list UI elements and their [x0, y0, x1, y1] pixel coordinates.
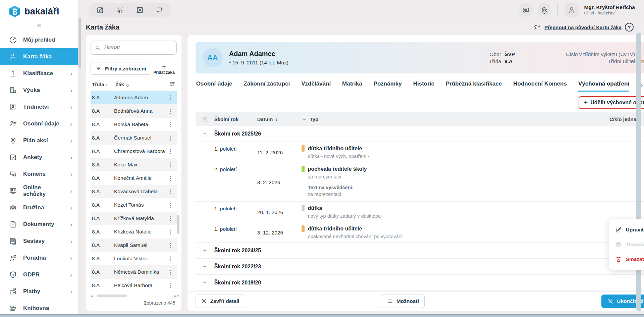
student-row[interactable]: 8.AKvapil Samuel⋮ [91, 239, 177, 252]
context-menu-edit[interactable]: Upravit [609, 222, 644, 237]
row-menu-button[interactable]: ⋮ [165, 215, 175, 222]
tab-historie[interactable]: Historie [413, 81, 434, 92]
tab-poznamky[interactable]: Poznámky [374, 81, 402, 92]
sidebar-scrollbar-thumb[interactable] [78, 18, 81, 68]
row-menu-button[interactable]: ⋮ [165, 108, 175, 115]
header-date[interactable]: Datum↓ [257, 116, 302, 122]
row-menu-button[interactable]: ⋮ [165, 242, 175, 249]
filter-icon[interactable] [302, 116, 307, 122]
measure-row[interactable]: 1. pololetí 11. 2. 2026 důtka třídního u… [196, 142, 644, 162]
sidebar-item-druzina[interactable]: Družina › [0, 199, 78, 216]
scroll-down-arrow-icon[interactable]: ▼ [176, 294, 180, 298]
student-row[interactable]: 8.AAdamec Adam⋮ [91, 91, 177, 104]
measure-row[interactable]: 1. pololetí 28. 1. 2026 důtka nový typ d… [196, 202, 644, 222]
tab-hodnoceni-komens[interactable]: Hodnocení Komens [513, 81, 567, 92]
student-row[interactable]: 8.AKřížková Matylda⋮ [91, 212, 177, 225]
sidebar-item-klasifikace[interactable]: Klasifikace › [0, 65, 78, 82]
student-row[interactable]: 8.AChramostová Barbora⋮ [91, 145, 177, 158]
row-menu-button[interactable]: ⋮ [165, 175, 175, 182]
year-group-2019-20[interactable]: + Školní rok 2019/20 [196, 275, 644, 291]
sidebar-item-sestavy[interactable]: Sestavy › [0, 233, 78, 250]
quick-message-button[interactable] [155, 5, 165, 15]
sidebar-item-muj-prehled[interactable]: Můj přehled [0, 32, 78, 48]
sidebar-item-ankety[interactable]: Ankety › [0, 149, 78, 166]
sidebar-item-poradna[interactable]: Poradna › [0, 250, 78, 266]
expand-icon[interactable]: + [196, 247, 214, 254]
search-input[interactable] [104, 45, 172, 51]
sidebar-item-tridnictvi[interactable]: Třídnictví › [0, 99, 78, 115]
student-row[interactable]: 8.AKovácsová Izabela⋮ [91, 185, 177, 198]
expand-icon[interactable]: + [196, 263, 214, 270]
row-menu-button[interactable]: ⋮ [165, 135, 175, 142]
sidebar-item-karta-zaka[interactable]: Karta žáka [0, 48, 78, 65]
messages-button[interactable] [519, 3, 533, 17]
sidebar-item-dokumenty[interactable]: Dokumenty › [0, 216, 78, 233]
scroll-left-arrow-icon[interactable]: ◀ [91, 294, 93, 298]
row-menu-button[interactable]: ⋮ [165, 188, 175, 195]
expand-all-button[interactable]: + [202, 116, 208, 122]
tab-osobni-udaje[interactable]: Osobní údaje [196, 81, 232, 92]
close-detail-button[interactable]: Zavřít detail [196, 295, 245, 308]
horizontal-scrollbar-thumb[interactable] [97, 295, 127, 297]
sidebar-item-vyuka[interactable]: Výuka › [0, 82, 78, 99]
header-type[interactable]: Typ [302, 116, 577, 122]
sidebar-item-komens[interactable]: Komens › [0, 166, 78, 182]
tab-vzdelavani[interactable]: Vzdělávání [301, 81, 331, 92]
horizontal-scrollbar[interactable]: ◀ ▶ [91, 294, 177, 298]
row-menu-button[interactable]: ⋮ [165, 282, 175, 289]
student-row[interactable]: 8.AKřižková Natálie⋮ [91, 225, 177, 239]
measure-row[interactable]: 2. pololetí 3. 2. 2026 pochvala ředitele… [196, 162, 644, 202]
settings-button[interactable] [537, 3, 551, 17]
column-student[interactable]: Žák◇ [115, 82, 129, 87]
sidebar-item-gdpr[interactable]: § GDPR › [0, 266, 78, 283]
sidebar-scrollbar[interactable] [78, 0, 81, 314]
add-student-button[interactable]: + Přidat žáka [153, 63, 176, 75]
tab-zakonni-zastupci[interactable]: Zákonní zástupci [244, 81, 290, 92]
column-settings-button[interactable] [169, 81, 175, 88]
quick-grades-button[interactable]: 1 2 N 1 [115, 5, 125, 15]
sidebar-item-plan-akci[interactable]: Plán akcí › [0, 132, 78, 149]
tab-prubezna-klasifikace[interactable]: Průběžná klasifikace [446, 81, 502, 92]
year-group-2022-23[interactable]: + Školní rok 2022/23 [196, 259, 644, 275]
sidebar-item-online-schuzky[interactable]: Online schůzky › [0, 182, 78, 199]
row-menu-button[interactable]: ⋮ [165, 148, 175, 155]
student-row[interactable]: 8.ANěmcová Dominika⋮ [91, 265, 177, 279]
brand-logo[interactable]: bakaláři [0, 0, 78, 20]
context-menu-delete[interactable]: Smazat [609, 252, 644, 267]
row-menu-button[interactable]: ⋮ [165, 228, 175, 235]
user-info[interactable]: Mgr. Kryštof Řeřicha učitel - ředitelstv… [584, 4, 635, 16]
list-scrollbar-thumb[interactable] [177, 215, 179, 234]
expand-icon[interactable]: + [196, 279, 214, 286]
student-row[interactable]: 8.APelcová Barbora⋮ [91, 279, 177, 292]
row-menu-button[interactable]: ⋮ [165, 161, 175, 168]
switch-to-original-link[interactable]: Přepnout na původní Kartu žáka [544, 24, 622, 30]
context-menu-print[interactable]: Tisknout [609, 237, 644, 252]
header-school-year[interactable]: Školní rok [214, 116, 257, 122]
row-menu-button[interactable]: ⋮ [165, 121, 175, 128]
user-avatar[interactable] [564, 2, 579, 18]
student-row[interactable]: 8.ALoukota Viktor⋮ [91, 252, 177, 265]
help-button[interactable]: ? [625, 23, 634, 32]
column-class[interactable]: Třída ↑ [92, 82, 114, 87]
sidebar-item-osobni-udaje[interactable]: Osobní údaje › [0, 115, 78, 132]
tab-vychovna-opatreni[interactable]: Výchovná opatření [578, 81, 629, 92]
row-menu-button[interactable]: ⋮ [165, 94, 175, 101]
student-row[interactable]: 8.AČermák Samuel⋮ [91, 131, 177, 145]
row-menu-button[interactable]: ⋮ [165, 255, 175, 262]
student-row[interactable]: 8.ABorská Babeta⋮ [91, 118, 177, 131]
year-group-2025-26[interactable]: − Školní rok 2025/26 [196, 126, 644, 142]
year-group-2024-25[interactable]: + Školní rok 2024/25 [196, 243, 644, 259]
header-ref-number[interactable]: Číslo jednací [577, 116, 641, 122]
student-row[interactable]: 8.AKozel Tomás⋮ [91, 198, 177, 212]
sidebar-collapse-button[interactable]: « [0, 20, 78, 32]
row-menu-button[interactable]: ⋮ [165, 269, 175, 276]
quick-note-button[interactable] [95, 5, 105, 15]
collapse-icon[interactable]: − [196, 130, 214, 137]
measure-row[interactable]: 1. pololetí 3. 12. 2025 důtka třídního u… [196, 222, 644, 243]
row-menu-button[interactable]: ⋮ [165, 202, 175, 209]
grant-measure-button[interactable]: + Udělit výchovné opatření [579, 96, 644, 109]
student-row[interactable]: 8.AKolář Max⋮ [91, 158, 177, 171]
student-row[interactable]: 8.ABednářová Anna⋮ [91, 104, 177, 118]
sidebar-item-platby[interactable]: Platby › [0, 283, 78, 300]
options-button[interactable]: Možnosti [382, 295, 425, 308]
